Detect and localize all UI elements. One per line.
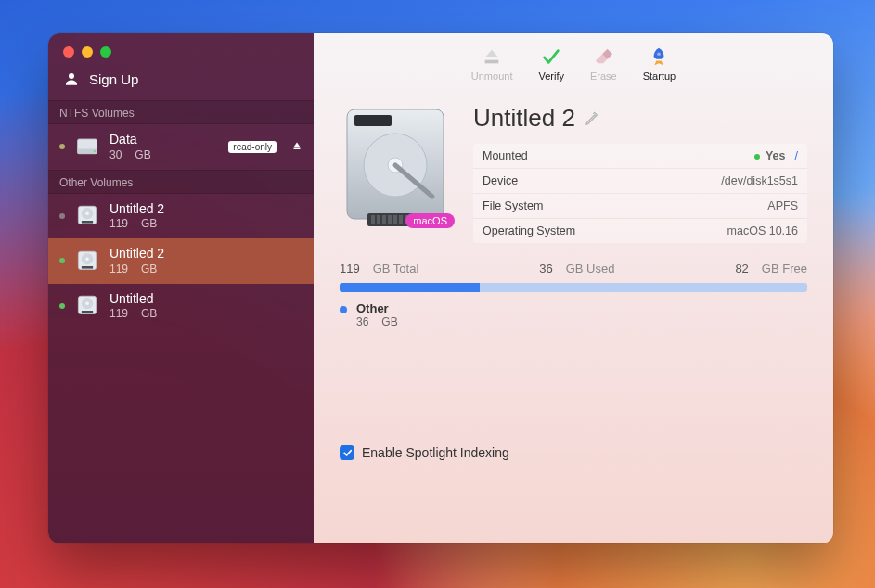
volume-size-num: 30 <box>109 148 122 162</box>
svg-point-0 <box>69 73 74 79</box>
sidebar-volume-item[interactable]: Untitled 2 119GB <box>48 194 314 239</box>
checkmark-icon <box>342 448 353 458</box>
svg-rect-29 <box>399 215 403 224</box>
svg-rect-26 <box>382 215 386 224</box>
status-dot-icon <box>59 213 65 219</box>
external-drive-icon <box>74 133 100 161</box>
readonly-badge: read-only <box>228 141 277 153</box>
svg-rect-28 <box>393 215 397 224</box>
sidebar-section-label: Other Volumes <box>48 170 314 194</box>
prop-device: Device /dev/disk1s5s1 <box>473 169 807 194</box>
usage-header: 119GB Total 36GB Used 82GB Free <box>340 262 807 275</box>
volume-name: Data <box>109 132 219 148</box>
svg-point-11 <box>85 257 89 261</box>
close-window-button[interactable] <box>63 46 74 58</box>
svg-rect-27 <box>388 215 392 224</box>
unmount-label: Unmount <box>471 70 513 82</box>
prop-device-key: Device <box>483 174 721 187</box>
legend-unit: GB <box>381 315 397 328</box>
svg-point-15 <box>85 302 89 306</box>
eraser-icon <box>593 46 613 67</box>
main-panel: Unmount Verify Erase Startup <box>314 33 833 543</box>
legend-swatch-icon <box>340 306 347 313</box>
prop-fs-val: APFS <box>767 199 798 212</box>
status-dot-icon <box>59 258 65 263</box>
sidebar-volume-item[interactable]: Untitled 2 119GB <box>48 238 314 284</box>
spotlight-row: Enable Spotlight Indexing <box>314 445 833 543</box>
os-tag-badge: macOS <box>405 213 455 228</box>
usage-bar-used <box>340 283 480 292</box>
usage-total-lbl: GB Total <box>373 262 419 275</box>
volume-title: Untitled 2 <box>473 104 575 133</box>
usage-used-num: 36 <box>539 262 552 275</box>
usage-legend: Other 36GB <box>340 301 807 328</box>
usage-free-num: 82 <box>735 262 748 275</box>
volume-text: Untitled 2 119GB <box>109 246 302 276</box>
status-dot-icon <box>59 303 65 309</box>
prop-os-key: Operating System <box>483 224 727 237</box>
erase-button[interactable]: Erase <box>590 46 617 82</box>
legend-num: 36 <box>356 315 368 328</box>
prop-mounted-key: Mounted <box>483 149 754 162</box>
user-icon <box>63 70 80 87</box>
svg-point-3 <box>94 150 96 152</box>
prop-fs-key: File System <box>483 199 767 212</box>
check-icon <box>541 46 561 67</box>
internal-drive-icon <box>74 291 100 320</box>
spotlight-checkbox[interactable] <box>340 445 354 460</box>
status-dot-icon <box>59 144 65 149</box>
volume-size-unit: GB <box>141 307 157 321</box>
usage-used-lbl: GB Used <box>566 262 615 275</box>
volume-image: macOS <box>340 104 451 234</box>
volume-size-unit: GB <box>141 217 157 231</box>
prop-filesystem: File System APFS <box>473 194 807 219</box>
svg-rect-20 <box>354 115 392 126</box>
prop-device-val: /dev/disk1s5s1 <box>721 174 798 187</box>
verify-label: Verify <box>538 70 564 82</box>
sign-up-label: Sign Up <box>89 71 138 87</box>
mount-path-link[interactable]: / <box>795 149 798 162</box>
usage-bar <box>340 283 807 292</box>
verify-button[interactable]: Verify <box>538 46 564 82</box>
volume-properties: Mounted Yes / Device /dev/disk1s5s1 File… <box>473 144 807 243</box>
rename-icon[interactable] <box>585 111 599 126</box>
legend-label: Other <box>356 301 398 315</box>
sign-up-button[interactable]: Sign Up <box>48 58 314 100</box>
sidebar-section-label: NTFS Volumes <box>48 100 314 124</box>
svg-rect-24 <box>371 215 375 224</box>
startup-label: Startup <box>643 70 676 82</box>
toolbar: Unmount Verify Erase Startup <box>314 33 833 87</box>
usage-section: 119GB Total 36GB Used 82GB Free Other 36… <box>314 249 833 328</box>
desktop-background: Sign Up NTFS VolumesData 30GBread-onlyOt… <box>0 0 875 588</box>
rocket-icon <box>649 46 669 67</box>
svg-rect-16 <box>82 311 93 313</box>
internal-drive-icon <box>74 201 100 230</box>
svg-rect-4 <box>294 147 301 149</box>
volume-size-num: 119 <box>109 217 128 231</box>
prop-os-val: macOS 10.16 <box>727 224 798 237</box>
sidebar-volume-item[interactable]: Data 30GBread-only <box>48 124 314 170</box>
svg-rect-17 <box>486 61 498 63</box>
minimize-window-button[interactable] <box>82 46 93 58</box>
prop-mounted-val: Yes <box>766 149 786 162</box>
volume-name: Untitled 2 <box>109 201 302 218</box>
volume-size-unit: GB <box>141 262 157 276</box>
unmount-button[interactable]: Unmount <box>471 46 513 82</box>
svg-point-18 <box>658 52 662 56</box>
startup-button[interactable]: Startup <box>643 46 676 82</box>
svg-rect-12 <box>82 266 93 269</box>
sidebar-volume-item[interactable]: Untitled 119GB <box>48 284 314 329</box>
volume-text: Data 30GB <box>109 132 219 162</box>
volume-size-num: 119 <box>109 307 128 321</box>
window-controls <box>48 33 314 58</box>
erase-label: Erase <box>590 70 617 82</box>
eject-icon[interactable] <box>291 140 302 154</box>
volume-info: macOS Untitled 2 Mounted Yes / <box>314 87 833 249</box>
prop-os: Operating System macOS 10.16 <box>473 219 807 243</box>
spotlight-label: Enable Spotlight Indexing <box>362 445 509 460</box>
svg-point-7 <box>85 212 89 216</box>
usage-free-lbl: GB Free <box>762 262 807 275</box>
volume-size-unit: GB <box>135 148 150 162</box>
usage-total-num: 119 <box>340 262 360 275</box>
zoom-window-button[interactable] <box>100 46 111 58</box>
